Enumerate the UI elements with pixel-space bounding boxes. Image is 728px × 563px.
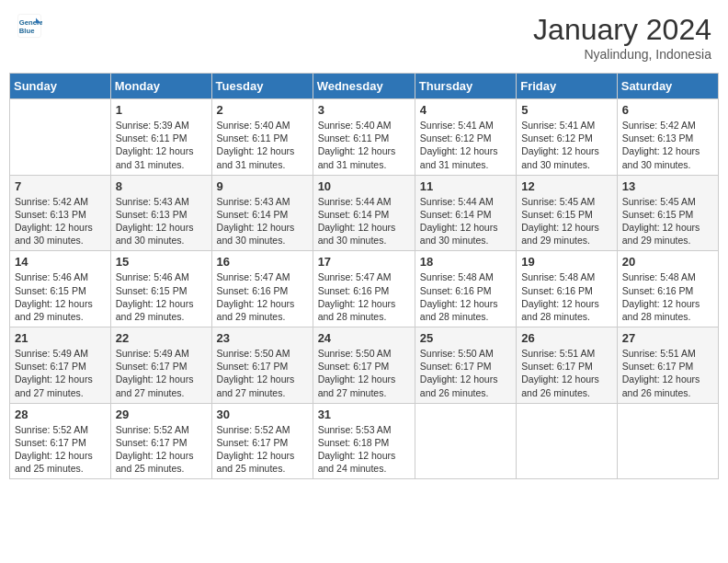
day-info: Sunrise: 5:40 AM Sunset: 6:11 PM Dayligh… bbox=[217, 119, 308, 171]
calendar-cell: 26Sunrise: 5:51 AM Sunset: 6:17 PM Dayli… bbox=[517, 327, 618, 404]
day-info: Sunrise: 5:48 AM Sunset: 6:16 PM Dayligh… bbox=[622, 270, 713, 323]
weekday-header-monday: Monday bbox=[110, 74, 211, 99]
day-info: Sunrise: 5:43 AM Sunset: 6:13 PM Dayligh… bbox=[116, 195, 207, 247]
calendar-cell: 1Sunrise: 5:39 AM Sunset: 6:11 PM Daylig… bbox=[110, 99, 211, 176]
calendar-cell: 23Sunrise: 5:50 AM Sunset: 6:17 PM Dayli… bbox=[211, 327, 313, 404]
day-info: Sunrise: 5:44 AM Sunset: 6:14 PM Dayligh… bbox=[318, 195, 410, 247]
day-number: 19 bbox=[521, 255, 612, 269]
calendar-cell: 17Sunrise: 5:47 AM Sunset: 6:16 PM Dayli… bbox=[313, 251, 415, 327]
calendar-cell: 28Sunrise: 5:52 AM Sunset: 6:17 PM Dayli… bbox=[10, 403, 111, 479]
calendar-cell: 31Sunrise: 5:53 AM Sunset: 6:18 PM Dayli… bbox=[313, 403, 415, 479]
day-info: Sunrise: 5:39 AM Sunset: 6:11 PM Dayligh… bbox=[116, 119, 207, 171]
calendar-cell: 22Sunrise: 5:49 AM Sunset: 6:17 PM Dayli… bbox=[110, 327, 211, 404]
day-info: Sunrise: 5:52 AM Sunset: 6:17 PM Dayligh… bbox=[116, 423, 207, 476]
day-number: 17 bbox=[318, 255, 410, 269]
week-row-2: 7Sunrise: 5:42 AM Sunset: 6:13 PM Daylig… bbox=[10, 175, 719, 251]
day-info: Sunrise: 5:42 AM Sunset: 6:13 PM Dayligh… bbox=[622, 119, 713, 171]
day-info: Sunrise: 5:47 AM Sunset: 6:16 PM Dayligh… bbox=[217, 270, 308, 323]
day-info: Sunrise: 5:46 AM Sunset: 6:15 PM Dayligh… bbox=[15, 270, 106, 323]
weekday-header-tuesday: Tuesday bbox=[211, 74, 313, 99]
calendar-cell: 13Sunrise: 5:45 AM Sunset: 6:15 PM Dayli… bbox=[617, 175, 718, 251]
calendar-cell bbox=[617, 403, 718, 479]
day-info: Sunrise: 5:50 AM Sunset: 6:17 PM Dayligh… bbox=[420, 347, 511, 399]
month-title: January 2024 bbox=[533, 13, 711, 47]
day-number: 9 bbox=[217, 179, 308, 193]
day-number: 29 bbox=[116, 408, 207, 421]
page-header: General Blue January 2024 Nyalindung, In… bbox=[9, 9, 719, 65]
day-number: 2 bbox=[217, 103, 308, 117]
logo: General Blue bbox=[17, 13, 42, 39]
week-row-3: 14Sunrise: 5:46 AM Sunset: 6:15 PM Dayli… bbox=[10, 251, 719, 327]
day-number: 13 bbox=[622, 179, 713, 193]
day-info: Sunrise: 5:51 AM Sunset: 6:17 PM Dayligh… bbox=[521, 347, 612, 399]
day-number: 26 bbox=[521, 331, 612, 345]
calendar-cell: 29Sunrise: 5:52 AM Sunset: 6:17 PM Dayli… bbox=[110, 403, 211, 479]
day-number: 6 bbox=[622, 103, 713, 117]
day-info: Sunrise: 5:50 AM Sunset: 6:17 PM Dayligh… bbox=[217, 347, 308, 399]
week-row-1: 1Sunrise: 5:39 AM Sunset: 6:11 PM Daylig… bbox=[10, 99, 719, 176]
day-number: 5 bbox=[521, 103, 612, 117]
day-number: 12 bbox=[521, 179, 612, 193]
day-number: 10 bbox=[318, 179, 410, 193]
day-number: 8 bbox=[116, 179, 207, 193]
day-number: 3 bbox=[318, 103, 410, 117]
day-number: 25 bbox=[420, 331, 511, 345]
day-number: 1 bbox=[116, 103, 207, 117]
day-number: 18 bbox=[420, 255, 511, 269]
day-number: 31 bbox=[318, 408, 410, 421]
weekday-header-friday: Friday bbox=[517, 74, 618, 99]
calendar-cell: 5Sunrise: 5:41 AM Sunset: 6:12 PM Daylig… bbox=[517, 99, 618, 176]
calendar-cell: 10Sunrise: 5:44 AM Sunset: 6:14 PM Dayli… bbox=[313, 175, 415, 251]
calendar-cell: 8Sunrise: 5:43 AM Sunset: 6:13 PM Daylig… bbox=[110, 175, 211, 251]
calendar-table: SundayMondayTuesdayWednesdayThursdayFrid… bbox=[9, 73, 719, 479]
day-number: 27 bbox=[622, 331, 713, 345]
calendar-cell: 21Sunrise: 5:49 AM Sunset: 6:17 PM Dayli… bbox=[10, 327, 111, 404]
day-info: Sunrise: 5:42 AM Sunset: 6:13 PM Dayligh… bbox=[15, 195, 106, 247]
calendar-cell: 12Sunrise: 5:45 AM Sunset: 6:15 PM Dayli… bbox=[517, 175, 618, 251]
day-info: Sunrise: 5:52 AM Sunset: 6:17 PM Dayligh… bbox=[217, 423, 308, 476]
calendar-cell: 16Sunrise: 5:47 AM Sunset: 6:16 PM Dayli… bbox=[211, 251, 313, 327]
weekday-header-sunday: Sunday bbox=[10, 74, 111, 99]
calendar-cell: 18Sunrise: 5:48 AM Sunset: 6:16 PM Dayli… bbox=[415, 251, 516, 327]
day-number: 11 bbox=[420, 179, 511, 193]
week-row-4: 21Sunrise: 5:49 AM Sunset: 6:17 PM Dayli… bbox=[10, 327, 719, 404]
day-number: 22 bbox=[116, 331, 207, 345]
week-row-5: 28Sunrise: 5:52 AM Sunset: 6:17 PM Dayli… bbox=[10, 403, 719, 479]
calendar-cell: 20Sunrise: 5:48 AM Sunset: 6:16 PM Dayli… bbox=[617, 251, 718, 327]
day-info: Sunrise: 5:49 AM Sunset: 6:17 PM Dayligh… bbox=[15, 347, 106, 399]
calendar-cell: 24Sunrise: 5:50 AM Sunset: 6:17 PM Dayli… bbox=[313, 327, 415, 404]
day-number: 21 bbox=[15, 331, 106, 345]
day-info: Sunrise: 5:41 AM Sunset: 6:12 PM Dayligh… bbox=[420, 119, 511, 171]
calendar-cell: 30Sunrise: 5:52 AM Sunset: 6:17 PM Dayli… bbox=[211, 403, 313, 479]
day-number: 16 bbox=[217, 255, 308, 269]
calendar-cell: 14Sunrise: 5:46 AM Sunset: 6:15 PM Dayli… bbox=[10, 251, 111, 327]
day-number: 23 bbox=[217, 331, 308, 345]
day-info: Sunrise: 5:44 AM Sunset: 6:14 PM Dayligh… bbox=[420, 195, 511, 247]
day-number: 15 bbox=[116, 255, 207, 269]
calendar-cell: 2Sunrise: 5:40 AM Sunset: 6:11 PM Daylig… bbox=[211, 99, 313, 176]
calendar-cell: 27Sunrise: 5:51 AM Sunset: 6:17 PM Dayli… bbox=[617, 327, 718, 404]
calendar-cell: 3Sunrise: 5:40 AM Sunset: 6:11 PM Daylig… bbox=[313, 99, 415, 176]
day-info: Sunrise: 5:53 AM Sunset: 6:18 PM Dayligh… bbox=[318, 423, 410, 476]
day-info: Sunrise: 5:49 AM Sunset: 6:17 PM Dayligh… bbox=[116, 347, 207, 399]
day-info: Sunrise: 5:45 AM Sunset: 6:15 PM Dayligh… bbox=[622, 195, 713, 247]
calendar-cell: 4Sunrise: 5:41 AM Sunset: 6:12 PM Daylig… bbox=[415, 99, 516, 176]
day-info: Sunrise: 5:47 AM Sunset: 6:16 PM Dayligh… bbox=[318, 270, 410, 323]
svg-text:Blue: Blue bbox=[19, 27, 35, 35]
day-number: 20 bbox=[622, 255, 713, 269]
day-number: 14 bbox=[15, 255, 106, 269]
day-number: 28 bbox=[15, 408, 106, 421]
logo-icon: General Blue bbox=[17, 13, 42, 39]
day-info: Sunrise: 5:45 AM Sunset: 6:15 PM Dayligh… bbox=[521, 195, 612, 247]
day-info: Sunrise: 5:40 AM Sunset: 6:11 PM Dayligh… bbox=[318, 119, 410, 171]
calendar-cell: 7Sunrise: 5:42 AM Sunset: 6:13 PM Daylig… bbox=[10, 175, 111, 251]
location-subtitle: Nyalindung, Indonesia bbox=[533, 47, 711, 62]
calendar-cell: 15Sunrise: 5:46 AM Sunset: 6:15 PM Dayli… bbox=[110, 251, 211, 327]
weekday-header-thursday: Thursday bbox=[415, 74, 516, 99]
calendar-cell bbox=[517, 403, 618, 479]
day-info: Sunrise: 5:43 AM Sunset: 6:14 PM Dayligh… bbox=[217, 195, 308, 247]
calendar-cell bbox=[415, 403, 516, 479]
day-number: 24 bbox=[318, 331, 410, 345]
day-info: Sunrise: 5:51 AM Sunset: 6:17 PM Dayligh… bbox=[622, 347, 713, 399]
title-block: January 2024 Nyalindung, Indonesia bbox=[533, 13, 711, 62]
